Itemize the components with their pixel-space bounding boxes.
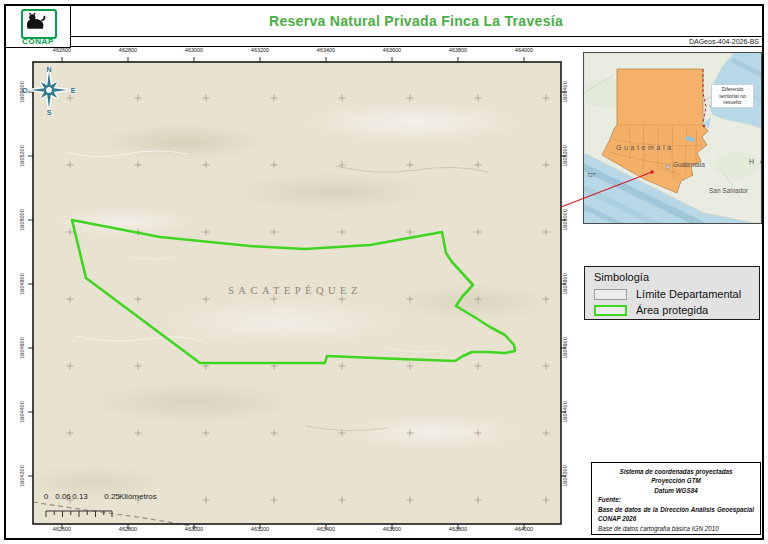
grid-label-right: 1604600	[562, 337, 568, 358]
inset-country-label: Guatemala	[616, 144, 674, 151]
scale-bar: 0 0.06 0.13 0.25 Kilómetros	[42, 492, 222, 520]
grid-label-top: 463200	[251, 47, 269, 53]
grid-label-bottom: 464000	[515, 526, 533, 532]
grid-label-left: 1604800	[19, 273, 25, 294]
grid-label-left: 1605200	[19, 145, 25, 166]
grid-label-top: 464000	[515, 47, 533, 53]
inset-map-svg	[584, 53, 761, 223]
department-name-label: SACATEPÉQUEZ	[195, 285, 395, 296]
grid-label-right: 1604800	[562, 273, 568, 294]
page-title: Reserva Natural Privada Finca La Travesí…	[269, 13, 563, 29]
grid-label-bottom: 462600	[53, 526, 71, 532]
source-line-2: CONAP 2026	[598, 514, 754, 523]
legend-items: Límite DepartamentalÁrea protegida	[594, 286, 759, 318]
grid-label-top: 463600	[383, 47, 401, 53]
scale-tick-label: 0.13	[72, 492, 88, 501]
grid-label-left: 1604200	[19, 465, 25, 486]
departmental-swatch	[594, 289, 627, 300]
grid-label-bottom: 463600	[383, 526, 401, 532]
scale-tick-label: 0.06	[55, 492, 71, 501]
grid-label-top: 463400	[317, 47, 335, 53]
grid-label-left: 1605400	[19, 81, 25, 102]
source-line-1: Base de datos de la Dirección Análisis G…	[598, 505, 754, 514]
grid-label-right: 1604200	[562, 465, 568, 486]
grid-label-bottom: 463200	[251, 526, 269, 532]
legend-item-label: Área protegida	[636, 304, 708, 316]
grid-label-bottom: 463800	[449, 526, 467, 532]
inset-locator-map: Guatemala Guatemala San Salvador H o 72T…	[583, 52, 762, 224]
source-line-3: Base de datos cartografía básica IGN 201…	[598, 524, 754, 533]
projection-system-text: Sistema de coordenadas proyectadas	[598, 467, 754, 476]
conap-logo-text: CONAP	[6, 37, 70, 46]
legend-title: Simbología	[594, 271, 759, 283]
scale-tick-label: 0	[44, 492, 48, 501]
grid-label-top: 462600	[53, 47, 71, 53]
legend-item: Límite Departamental	[594, 286, 759, 302]
guatemala-city-marker	[666, 165, 670, 169]
grid-label-bottom: 462800	[119, 526, 137, 532]
main-map: N E S O SACATEPÉQUEZ 0 0.06 0.13 0.25 Ki…	[6, 48, 582, 538]
protected-swatch	[594, 305, 627, 316]
document-id: DAGeos-404-2026-BS	[70, 37, 762, 47]
datum-text: Datum WGS84	[598, 486, 754, 495]
source-heading: Fuente:	[598, 495, 754, 504]
inset-city-label: Guatemala	[673, 161, 705, 168]
grid-label-bottom: 463400	[317, 526, 335, 532]
inset-graticule-label: 72T	[587, 172, 596, 178]
legend-box: Simbología Límite DepartamentalÁrea prot…	[584, 266, 760, 320]
grid-label-right: 1604400	[562, 401, 568, 422]
credits-box: Sistema de coordenadas proyectadas Proye…	[591, 462, 761, 535]
jaguar-icon	[23, 11, 50, 32]
compass-north-label: N	[46, 66, 51, 73]
inset-honduras-label: H o	[749, 158, 762, 165]
scale-tick-label: 0.25	[104, 492, 120, 501]
compass-south-label: S	[47, 109, 52, 116]
grid-label-left: 1605000	[19, 209, 25, 230]
territorial-dispute-note: Diferendo territorial no resuelto	[711, 84, 754, 108]
legend-item: Área protegida	[594, 302, 759, 318]
grid-label-right: 1605000	[562, 209, 568, 230]
grid-label-right: 1605200	[562, 145, 568, 166]
conap-logo-cell: CONAP	[6, 6, 71, 48]
compass-east-label: E	[71, 87, 76, 94]
conap-logo	[21, 9, 57, 39]
grid-label-bottom: 463000	[185, 526, 203, 532]
grid-label-top: 462800	[119, 47, 137, 53]
projection-name-text: Proyección GTM	[598, 476, 754, 485]
grid-label-right: 1605400	[562, 81, 568, 102]
grid-label-top: 463800	[449, 47, 467, 53]
grid-label-top: 463000	[185, 47, 203, 53]
grid-label-left: 1604600	[19, 337, 25, 358]
header-title-row: Reserva Natural Privada Finca La Travesí…	[70, 6, 762, 37]
compass-rose: N E S O	[21, 62, 81, 122]
grid-label-left: 1604400	[19, 401, 25, 422]
inset-san-salvador-label: San Salvador	[709, 187, 748, 194]
legend-item-label: Límite Departamental	[636, 288, 741, 300]
map-layout-page: CONAP Reserva Natural Privada Finca La T…	[4, 4, 764, 540]
scale-unit-label: Kilómetros	[119, 492, 157, 501]
